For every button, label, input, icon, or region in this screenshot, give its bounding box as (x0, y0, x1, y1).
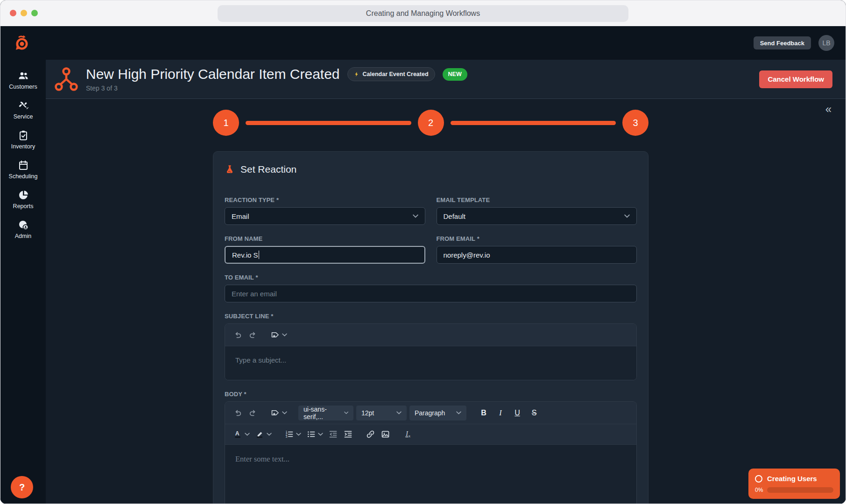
close-window-button[interactable] (10, 10, 16, 16)
sidebar-item-service[interactable]: Service (0, 100, 46, 120)
sidebar-item-label: Scheduling (9, 173, 38, 180)
cancel-workflow-button[interactable]: Cancel Workflow (759, 70, 832, 88)
minimize-window-button[interactable] (21, 10, 27, 16)
merge-tag-chevron-icon[interactable] (282, 333, 287, 336)
bold-button[interactable]: B (477, 409, 491, 417)
indent-button[interactable] (342, 427, 354, 441)
toast-percent: 0% (755, 487, 763, 493)
reaction-type-label: REACTION TYPE * (225, 196, 425, 203)
insert-image-button[interactable] (379, 427, 391, 441)
flask-icon (225, 164, 235, 175)
sidebar-item-customers[interactable]: Customers (0, 70, 46, 90)
from-name-field: FROM NAME Rev.io S (225, 235, 425, 264)
sidebar-item-scheduling[interactable]: Scheduling (0, 160, 46, 180)
undo-button[interactable] (232, 328, 244, 342)
font-family-select[interactable]: ui-sans-serif,... (298, 406, 353, 420)
help-button[interactable]: ? (11, 476, 33, 498)
merge-tag-button[interactable] (269, 406, 281, 420)
progress-toast: Creating Users 0% (748, 469, 840, 499)
topbar: Send Feedback LB (0, 26, 846, 60)
from-name-input[interactable]: Rev.io S (225, 246, 425, 264)
subject-toolbar (225, 324, 636, 346)
merge-tag-chevron-icon[interactable] (282, 411, 287, 414)
subject-editor-body[interactable]: Type a subject... (225, 346, 636, 380)
outdent-button[interactable] (327, 427, 339, 441)
email-template-label: EMAIL TEMPLATE (437, 196, 637, 203)
step-connector (451, 121, 616, 125)
font-size-value: 12pt (361, 409, 374, 417)
font-size-select[interactable]: 12pt (356, 406, 407, 420)
step-2[interactable]: 2 (418, 110, 444, 136)
content-area: « 1 2 3 (46, 99, 846, 504)
chevron-down-icon (344, 411, 348, 414)
reports-icon (18, 189, 29, 201)
undo-button[interactable] (232, 406, 244, 420)
from-email-label: FROM EMAIL * (437, 235, 637, 242)
workflow-node-icon (54, 66, 78, 92)
email-template-select[interactable]: Default (437, 207, 637, 225)
text-color-button[interactable]: A (232, 427, 244, 441)
chevron-down-icon (456, 411, 461, 414)
collapse-panel-icon[interactable]: « (825, 104, 832, 115)
body-editor: ui-sans-serif,... 12pt (225, 401, 637, 504)
ordered-list-chevron-icon[interactable] (296, 433, 301, 436)
bullet-list-chevron-icon[interactable] (318, 433, 323, 436)
window-title: Creating and Managing Workflows (218, 5, 628, 22)
underline-button[interactable]: U (510, 409, 524, 417)
trigger-badge-label: Calendar Event Created (363, 71, 429, 77)
sidebar-item-label: Inventory (11, 143, 35, 150)
chevron-down-icon (413, 214, 418, 218)
new-badge: NEW (443, 68, 467, 81)
service-icon (18, 100, 29, 111)
titlebar: Creating and Managing Workflows (0, 0, 846, 26)
block-format-select[interactable]: Paragraph (409, 406, 466, 420)
email-template-field: EMAIL TEMPLATE Default (437, 196, 637, 225)
italic-button[interactable]: I (494, 409, 508, 417)
inventory-icon (18, 130, 29, 141)
bullet-list-button[interactable] (305, 427, 317, 441)
chevron-down-icon (396, 411, 402, 414)
from-email-input[interactable] (437, 246, 637, 264)
user-avatar[interactable]: LB (818, 35, 834, 51)
reaction-type-value: Email (232, 212, 249, 220)
traffic-lights (10, 10, 38, 16)
clear-formatting-button[interactable]: Ix (402, 427, 414, 441)
scheduling-icon (18, 160, 29, 171)
redo-button[interactable] (247, 406, 259, 420)
to-email-field: TO EMAIL * (225, 274, 637, 302)
svg-text:3: 3 (285, 435, 287, 438)
send-feedback-button[interactable]: Send Feedback (754, 36, 811, 49)
chevron-down-icon (624, 214, 630, 218)
highlight-color-button[interactable] (254, 427, 266, 441)
step-indicator: Step 3 of 3 (86, 84, 467, 92)
merge-tag-button[interactable] (269, 328, 281, 342)
to-email-input[interactable] (225, 285, 637, 302)
trigger-badge: Calendar Event Created (347, 67, 435, 81)
sidebar-item-reports[interactable]: Reports (0, 189, 46, 210)
from-name-label: FROM NAME (225, 235, 425, 242)
text-cursor (259, 251, 260, 259)
text-color-chevron-icon[interactable] (245, 433, 250, 436)
lightning-icon (354, 71, 360, 77)
reaction-type-select[interactable]: Email (225, 207, 425, 225)
spinner-icon (755, 475, 762, 483)
toast-title: Creating Users (767, 475, 817, 483)
step-1[interactable]: 1 (213, 110, 239, 136)
highlight-color-chevron-icon[interactable] (267, 433, 272, 436)
sidebar-item-admin[interactable]: Admin (0, 219, 46, 239)
redo-button[interactable] (247, 328, 259, 342)
toast-progress-track (767, 487, 833, 493)
card-title: Set Reaction (240, 164, 296, 175)
subject-field: SUBJECT LINE * (225, 313, 637, 380)
strikethrough-button[interactable]: S (527, 409, 541, 417)
set-reaction-card: Set Reaction REACTION TYPE * Email (213, 151, 649, 504)
sidebar-item-label: Reports (13, 203, 34, 210)
ordered-list-button[interactable]: 123 (283, 427, 295, 441)
sidebar-item-inventory[interactable]: Inventory (0, 130, 46, 150)
link-button[interactable] (364, 427, 376, 441)
body-label: BODY * (225, 391, 637, 398)
step-3[interactable]: 3 (622, 110, 649, 136)
body-editor-body[interactable]: Enter some text... (225, 445, 636, 504)
zoom-window-button[interactable] (31, 10, 38, 16)
email-template-value: Default (444, 212, 466, 220)
